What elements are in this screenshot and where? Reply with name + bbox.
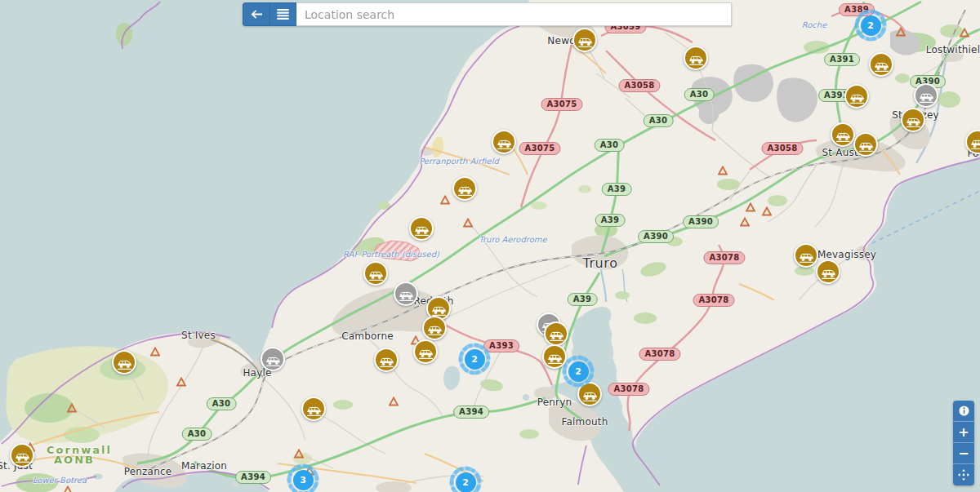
cluster-marker[interactable]: 2	[448, 464, 483, 492]
van-icon	[116, 354, 133, 371]
cluster-marker[interactable]: 3	[285, 462, 321, 492]
vehicle-marker[interactable]	[301, 397, 326, 421]
vehicle-marker[interactable]	[394, 281, 418, 306]
map-base	[0, 0, 980, 492]
vehicle-marker[interactable]	[10, 443, 34, 468]
search-bar	[243, 2, 732, 26]
cluster-count: 2	[575, 366, 581, 377]
van-icon	[873, 56, 890, 73]
vehicle-marker[interactable]	[853, 132, 878, 157]
van-icon	[820, 264, 837, 281]
van-icon	[688, 50, 705, 67]
cluster-marker[interactable]: 2	[853, 7, 889, 43]
arrow-left-icon	[251, 8, 263, 20]
vehicle-marker[interactable]	[684, 46, 708, 70]
van-icon	[969, 134, 980, 151]
van-icon	[14, 447, 31, 464]
vehicle-marker[interactable]	[452, 176, 477, 201]
vehicle-marker[interactable]	[544, 321, 568, 346]
zoom-in-button[interactable]: +	[953, 422, 974, 443]
vehicle-marker[interactable]	[409, 216, 434, 241]
van-icon	[849, 88, 866, 105]
search-input[interactable]	[296, 2, 732, 26]
vehicle-marker[interactable]	[572, 28, 597, 52]
van-icon	[378, 352, 395, 369]
van-icon	[417, 344, 434, 361]
info-circle-icon	[959, 406, 969, 416]
vehicle-marker[interactable]	[794, 243, 818, 268]
vehicle-marker[interactable]	[914, 83, 938, 108]
results-list-button[interactable]	[270, 2, 296, 26]
vehicle-marker[interactable]	[831, 122, 855, 147]
van-icon	[265, 351, 282, 368]
vehicle-marker[interactable]	[844, 84, 869, 109]
vehicle-marker[interactable]	[374, 348, 399, 372]
van-icon	[398, 286, 415, 303]
van-icon	[918, 87, 935, 104]
cluster-count: 3	[300, 475, 306, 485]
vehicle-marker[interactable]	[492, 130, 516, 154]
back-button[interactable]	[243, 2, 270, 26]
map-application: NewquayLostwithielSt AustellSt BlazeyMev…	[0, 0, 980, 492]
van-icon	[548, 326, 565, 343]
list-menu-icon	[277, 9, 289, 20]
van-icon	[835, 126, 852, 144]
vehicle-marker[interactable]	[261, 347, 285, 371]
locate-button[interactable]	[953, 464, 974, 485]
vehicle-marker[interactable]	[816, 259, 840, 284]
vehicle-marker[interactable]	[901, 108, 925, 132]
van-icon	[858, 136, 875, 153]
cluster-marker[interactable]: 2	[560, 353, 596, 389]
map-controls: + −	[953, 401, 974, 485]
vehicle-marker[interactable]	[112, 350, 136, 375]
vehicle-marker[interactable]	[363, 261, 388, 286]
move-crosshair-icon	[958, 469, 969, 481]
info-button[interactable]	[953, 401, 974, 422]
cluster-count: 2	[471, 354, 478, 365]
vehicle-marker[interactable]	[422, 316, 447, 340]
cluster-marker[interactable]: 2	[457, 341, 492, 377]
van-icon	[905, 112, 922, 129]
map-canvas[interactable]: NewquayLostwithielSt AustellSt BlazeyMev…	[0, 0, 980, 492]
van-icon	[413, 220, 430, 237]
van-icon	[368, 265, 385, 282]
cluster-count: 2	[462, 477, 469, 488]
van-icon	[457, 180, 474, 197]
van-icon	[577, 32, 594, 49]
vehicle-marker[interactable]	[869, 52, 893, 77]
van-icon	[305, 401, 323, 418]
cluster-count: 2	[867, 20, 874, 31]
van-icon	[496, 134, 513, 151]
van-icon	[426, 320, 443, 337]
van-icon	[798, 247, 815, 264]
van-icon	[430, 300, 448, 317]
vehicle-marker[interactable]	[413, 339, 438, 364]
zoom-out-button[interactable]: −	[953, 443, 974, 464]
